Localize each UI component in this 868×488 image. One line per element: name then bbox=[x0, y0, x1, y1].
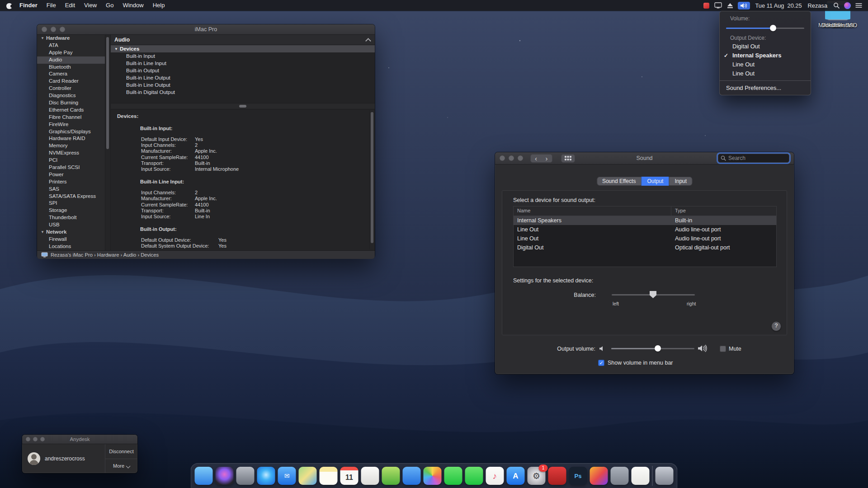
menubar-username[interactable]: Rezasa bbox=[807, 2, 828, 9]
adobe-acrobat-icon[interactable] bbox=[548, 467, 566, 485]
siri-icon[interactable] bbox=[216, 467, 234, 485]
output-device-item[interactable]: ✓ Line Out bbox=[720, 60, 811, 69]
forward-button[interactable]: › bbox=[541, 154, 552, 163]
sidebar-item[interactable]: PCI bbox=[37, 157, 105, 164]
menu-item[interactable]: File bbox=[42, 0, 61, 11]
facetime-icon[interactable] bbox=[465, 467, 483, 485]
sidebar-item[interactable]: SAS bbox=[37, 186, 105, 193]
sidebar-item[interactable]: Audio bbox=[37, 56, 105, 64]
sidebar-item[interactable]: Graphics/Displays bbox=[37, 128, 105, 136]
scrollbar-thumb[interactable] bbox=[106, 37, 109, 149]
volume-slider-thumb[interactable] bbox=[655, 345, 661, 352]
sidebar-item[interactable]: Card Reader bbox=[37, 78, 105, 85]
output-volume-slider[interactable] bbox=[611, 345, 694, 352]
disconnect-button[interactable]: Disconnect bbox=[105, 444, 137, 459]
Line Out[interactable]: Line Out Audio line-out port bbox=[514, 234, 776, 243]
tab[interactable]: Input bbox=[669, 177, 692, 186]
sidebar-item[interactable]: Parallel SCSI bbox=[37, 164, 105, 171]
spotlight-search-icon[interactable] bbox=[832, 2, 840, 9]
menu-item[interactable]: Go bbox=[101, 0, 118, 11]
safari-icon[interactable] bbox=[257, 467, 275, 485]
sidebar-item[interactable]: SPI bbox=[37, 200, 105, 207]
sidebar-group-hardware[interactable]: ▼Hardware bbox=[37, 35, 105, 42]
sound-preferences-item[interactable]: Sound Preferences... bbox=[720, 83, 811, 93]
sidebar-item[interactable]: Hardware RAID bbox=[37, 135, 105, 142]
section-header-audio[interactable]: Audio bbox=[111, 35, 375, 45]
zoom-button[interactable] bbox=[60, 27, 65, 32]
menu-item[interactable]: Window bbox=[118, 0, 148, 11]
sidebar-item[interactable]: NVMExpress bbox=[37, 150, 105, 157]
details-scrollbar[interactable] bbox=[369, 110, 374, 249]
menu-item[interactable]: Finder bbox=[15, 0, 42, 11]
messages-icon[interactable] bbox=[444, 467, 462, 485]
device-row[interactable]: Built-in Line Output bbox=[111, 81, 375, 89]
launchpad-icon[interactable] bbox=[236, 467, 255, 485]
sidebar-item[interactable]: Thunderbolt bbox=[37, 214, 105, 221]
output-device-item[interactable]: ✓ Line Out bbox=[720, 69, 811, 78]
sidebar-item[interactable]: Apple Pay bbox=[37, 49, 105, 56]
menu-item[interactable]: View bbox=[80, 0, 101, 11]
mail-icon[interactable]: ✉ bbox=[278, 467, 296, 485]
tab[interactable]: Output bbox=[641, 177, 669, 186]
sidebar-item[interactable]: Ethernet Cards bbox=[37, 107, 105, 114]
tab[interactable]: Sound Effects bbox=[597, 177, 642, 186]
sidebar-item[interactable]: SATA/SATA Express bbox=[37, 193, 105, 200]
notification-center-icon[interactable] bbox=[855, 2, 863, 9]
menubar-clock[interactable]: Tue 11 Aug 20.25 bbox=[754, 2, 802, 9]
Digital Out[interactable]: Digital Out Optical digital-out port bbox=[514, 243, 776, 252]
mute-checkbox[interactable] bbox=[720, 346, 726, 352]
design-app-icon[interactable] bbox=[590, 467, 608, 485]
minimize-button[interactable] bbox=[51, 27, 56, 32]
anydesk-menubar-icon[interactable] bbox=[703, 2, 710, 9]
music-icon[interactable]: ♪ bbox=[486, 467, 504, 485]
help-button[interactable] bbox=[771, 321, 781, 331]
minimize-button[interactable] bbox=[509, 155, 514, 161]
device-row[interactable]: Built-in Line Output bbox=[111, 74, 375, 81]
menu-volume-slider[interactable] bbox=[726, 24, 804, 32]
volume-menubar-icon[interactable] bbox=[738, 2, 750, 9]
search-input[interactable] bbox=[718, 154, 789, 163]
tree-root-devices[interactable]: ▼Devices bbox=[111, 45, 375, 52]
device-row[interactable]: Built-in Line Input bbox=[111, 60, 375, 67]
photos-icon[interactable] bbox=[424, 467, 442, 485]
keynote-icon[interactable] bbox=[403, 467, 421, 485]
menu-item[interactable]: Help bbox=[148, 0, 170, 11]
adobe-photoshop-icon[interactable]: Ps bbox=[569, 467, 587, 485]
device-row[interactable]: Built-in Input bbox=[111, 52, 375, 60]
zoom-button[interactable] bbox=[40, 437, 45, 441]
textedit-icon[interactable] bbox=[632, 467, 650, 485]
sidebar-item[interactable]: Disc Burning bbox=[37, 99, 105, 107]
collapse-chevron-icon[interactable] bbox=[365, 38, 371, 44]
apple-menu-icon[interactable] bbox=[6, 2, 12, 9]
dock-divider[interactable] bbox=[652, 466, 653, 486]
sidebar-item[interactable]: Printers bbox=[37, 178, 105, 186]
sidebar-item[interactable]: Memory bbox=[37, 142, 105, 150]
output-device-item[interactable]: ✓ Digital Out bbox=[720, 42, 811, 51]
column-header-type[interactable]: Type bbox=[671, 206, 776, 216]
device-row[interactable]: Built-in Digital Output bbox=[111, 89, 375, 96]
maps-icon[interactable] bbox=[299, 467, 317, 485]
sidebar-item[interactable]: Camera bbox=[37, 70, 105, 78]
zoom-button[interactable] bbox=[518, 155, 523, 161]
column-header-name[interactable]: Name bbox=[514, 206, 671, 216]
menu-item[interactable]: Edit bbox=[61, 0, 80, 11]
system-preferences-icon[interactable]: ⚙ 1 bbox=[528, 467, 546, 485]
scrollbar-thumb[interactable] bbox=[371, 112, 373, 243]
sidebar-item[interactable]: Firewall bbox=[37, 236, 105, 243]
eject-menubar-icon[interactable] bbox=[726, 2, 734, 9]
Internal Speakers[interactable]: Internal Speakers Built-in bbox=[514, 216, 776, 225]
back-button[interactable]: ‹ bbox=[530, 154, 542, 163]
display-menubar-icon[interactable] bbox=[714, 2, 722, 9]
sidebar-item[interactable]: USB bbox=[37, 221, 105, 229]
sidebar-item[interactable]: Diagnostics bbox=[37, 92, 105, 99]
volume-slider-thumb[interactable] bbox=[770, 25, 776, 31]
close-button[interactable] bbox=[500, 155, 505, 161]
balance-slider[interactable] bbox=[612, 291, 695, 298]
trash-icon[interactable] bbox=[656, 467, 674, 485]
sidebar-item[interactable]: Bluetooth bbox=[37, 64, 105, 71]
show-volume-checkbox[interactable] bbox=[598, 360, 604, 366]
device-row[interactable]: Built-in Output bbox=[111, 67, 375, 74]
sidebar-item[interactable]: Controller bbox=[37, 85, 105, 92]
scrollbar-thumb[interactable] bbox=[239, 105, 246, 108]
utilities-icon[interactable] bbox=[611, 467, 629, 485]
